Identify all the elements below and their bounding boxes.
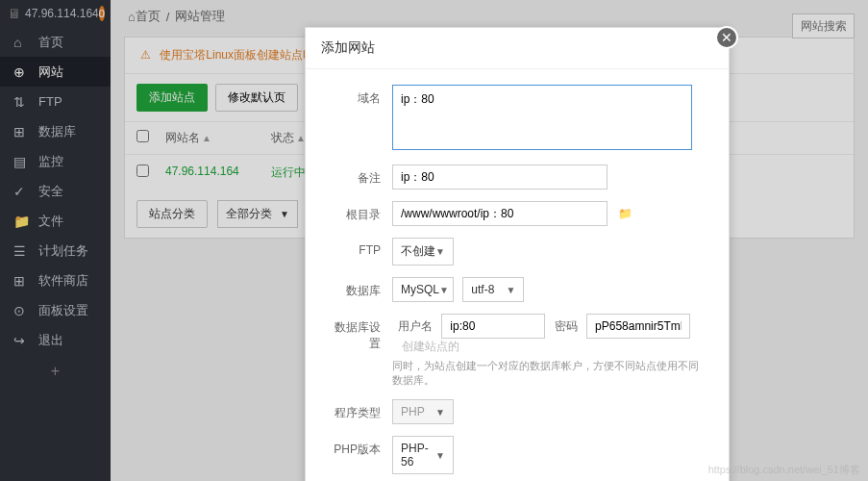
ptype-label: 程序类型 xyxy=(329,399,392,421)
folder-icon[interactable]: 📁 xyxy=(618,207,632,220)
ftp-select[interactable]: 不创建▼ xyxy=(392,238,454,266)
program-type-select: PHP▼ xyxy=(392,399,454,424)
username-label: 用户名 xyxy=(392,318,438,335)
add-site-modal: 添加网站 ✕ 域名 ip：80 备注 根目录 📁 FTP 不创建▼ 数据库 My… xyxy=(305,27,730,481)
db-select[interactable]: MySQL▼ xyxy=(392,277,454,302)
caret-icon: ▼ xyxy=(435,246,445,257)
root-label: 根目录 xyxy=(329,201,392,223)
root-input[interactable] xyxy=(392,201,608,226)
db-label: 数据库 xyxy=(329,277,392,299)
phpver-label: PHP版本 xyxy=(329,436,392,458)
caret-icon: ▼ xyxy=(435,450,445,461)
charset-select[interactable]: utf-8▼ xyxy=(462,277,524,302)
modal-header: 添加网站 ✕ xyxy=(306,28,729,69)
db-user-input[interactable] xyxy=(441,314,545,339)
create-site-link[interactable]: 创建站点的 xyxy=(402,340,459,353)
modal-body: 域名 ip：80 备注 根目录 📁 FTP 不创建▼ 数据库 MySQL▼ ut… xyxy=(306,69,729,481)
modal-title: 添加网站 xyxy=(321,39,375,55)
caret-icon: ▼ xyxy=(439,285,449,295)
php-version-select[interactable]: PHP-56▼ xyxy=(392,436,454,474)
remark-label: 备注 xyxy=(329,165,392,187)
db-pass-input[interactable] xyxy=(586,314,690,339)
caret-icon: ▼ xyxy=(506,285,515,295)
domain-label: 域名 xyxy=(329,85,392,107)
caret-icon: ▼ xyxy=(435,407,445,418)
db-hint: 同时，为站点创建一个对应的数据库帐户，方便不同站点使用不同数据库。 xyxy=(392,359,706,388)
remark-input[interactable] xyxy=(392,165,608,190)
ftp-label: FTP xyxy=(329,238,392,257)
password-label: 密码 xyxy=(549,318,583,335)
dbset-label: 数据库设置 xyxy=(329,314,392,352)
modal-close-button[interactable]: ✕ xyxy=(715,26,738,49)
domain-input[interactable]: ip：80 xyxy=(392,85,692,150)
watermark: https://blog.csdn.net/wei_51博客 xyxy=(708,463,860,477)
